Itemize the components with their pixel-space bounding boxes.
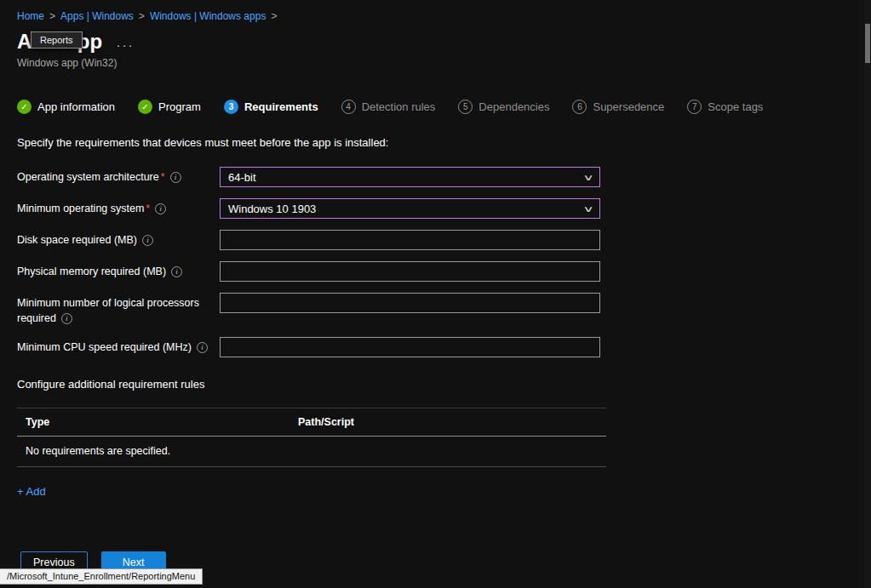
info-icon[interactable]: i xyxy=(155,203,166,214)
minimum-os-dropdown[interactable]: Windows 10 1903 ∨ xyxy=(220,198,600,219)
step-label: Scope tags xyxy=(708,100,763,113)
chevron-down-icon: ∨ xyxy=(582,172,594,182)
step-label: Program xyxy=(158,100,201,113)
field-label: Operating system architecture*i xyxy=(17,167,220,186)
section-title: Configure additional requirement rules xyxy=(17,378,871,391)
field-label: Minimum operating system*i xyxy=(17,198,220,217)
required-asterisk: * xyxy=(146,203,150,214)
dropdown-value: 64-bit xyxy=(228,171,256,184)
label-text: Disk space required (MB) xyxy=(17,234,137,246)
logical-processors-input[interactable] xyxy=(220,293,600,313)
empty-row-message: No requirements are specified. xyxy=(26,445,170,457)
info-icon[interactable]: i xyxy=(170,172,181,183)
step-supersedence[interactable]: 6 Supersedence xyxy=(572,100,664,114)
cpu-speed-input[interactable] xyxy=(220,337,600,357)
step-scope-tags[interactable]: 7 Scope tags xyxy=(687,100,763,114)
reports-tooltip: Reports xyxy=(31,31,83,49)
info-icon[interactable]: i xyxy=(171,266,182,277)
wizard-steps: ✓ App information ✓ Program 3 Requiremen… xyxy=(17,100,871,114)
os-architecture-dropdown[interactable]: 64-bit ∨ xyxy=(220,167,600,187)
field-row-physical-memory: Physical memory required (MB)i xyxy=(17,261,871,282)
field-row-minimum-os: Minimum operating system*i Windows 10 19… xyxy=(17,198,871,219)
info-icon[interactable]: i xyxy=(61,313,72,324)
page-content: Home > Apps | Windows > Windows | Window… xyxy=(0,0,871,499)
info-icon[interactable]: i xyxy=(142,235,153,246)
step-requirements[interactable]: 3 Requirements xyxy=(224,100,318,114)
field-row-disk-space: Disk space required (MB)i xyxy=(17,230,871,250)
field-row-cpu-speed: Minimum CPU speed required (MHz)i xyxy=(17,337,871,357)
requirements-form: Operating system architecture*i 64-bit ∨… xyxy=(17,167,871,357)
requirements-table: Type Path/Script No requirements are spe… xyxy=(17,408,606,467)
breadcrumb-separator: > xyxy=(271,10,277,22)
dropdown-value: Windows 10 1903 xyxy=(228,203,316,215)
label-text: Minimum operating system xyxy=(17,203,144,214)
table-header-row: Type Path/Script xyxy=(17,408,606,437)
field-row-logical-processors: Minimum number of logical processors req… xyxy=(17,293,871,326)
step-app-information[interactable]: ✓ App information xyxy=(17,100,115,114)
table-header-type: Type xyxy=(26,416,298,428)
table-empty-row: No requirements are specified. xyxy=(17,437,606,467)
step-number-icon: 4 xyxy=(341,100,356,114)
step-number-icon: 3 xyxy=(224,100,238,114)
field-label: Disk space required (MB)i xyxy=(17,230,220,248)
label-text: Operating system architecture xyxy=(17,171,159,183)
page-subtitle: Windows app (Win32) xyxy=(17,57,871,69)
step-label: Requirements xyxy=(244,100,318,113)
info-icon[interactable]: i xyxy=(197,342,208,353)
status-link-preview: /Microsoft_Intune_Enrollment/ReportingMe… xyxy=(0,568,203,585)
vertical-scrollbar[interactable] xyxy=(864,0,871,588)
scrollbar-thumb[interactable] xyxy=(865,24,870,63)
label-text: Minimum number of logical processors req… xyxy=(17,297,199,324)
more-options-icon[interactable]: ··· xyxy=(116,32,134,52)
disk-space-input[interactable] xyxy=(220,230,600,250)
step-detection-rules[interactable]: 4 Detection rules xyxy=(341,100,436,114)
page-header: Add App ··· Reports xyxy=(17,30,871,54)
step-label: Detection rules xyxy=(362,100,436,113)
step-label: App information xyxy=(37,100,115,113)
breadcrumb-link-home[interactable]: Home xyxy=(17,10,44,22)
step-number-icon: 6 xyxy=(572,100,587,114)
add-button[interactable]: + Add xyxy=(17,485,46,498)
breadcrumb-separator: > xyxy=(49,10,55,22)
step-number-icon: 7 xyxy=(687,100,702,114)
breadcrumb-separator: > xyxy=(139,10,145,22)
step-number-icon: 5 xyxy=(458,100,473,114)
breadcrumb-link-apps-windows[interactable]: Apps | Windows xyxy=(60,10,134,22)
step-label: Supersedence xyxy=(593,100,664,113)
field-label: Minimum CPU speed required (MHz)i xyxy=(17,337,220,356)
label-text: Physical memory required (MB) xyxy=(17,265,166,277)
step-dependencies[interactable]: 5 Dependencies xyxy=(458,100,549,114)
field-row-os-architecture: Operating system architecture*i 64-bit ∨ xyxy=(17,167,871,187)
check-icon: ✓ xyxy=(138,100,152,114)
chevron-down-icon: ∨ xyxy=(582,203,594,214)
label-text: Minimum CPU speed required (MHz) xyxy=(17,341,192,353)
field-label: Physical memory required (MB)i xyxy=(17,261,220,280)
check-icon: ✓ xyxy=(17,100,32,114)
breadcrumb-link-windows-apps[interactable]: Windows | Windows apps xyxy=(150,10,266,22)
physical-memory-input[interactable] xyxy=(220,261,600,282)
table-header-path-script: Path/Script xyxy=(298,416,354,428)
description-text: Specify the requirements that devices mu… xyxy=(17,136,871,149)
required-asterisk: * xyxy=(161,171,165,183)
breadcrumb: Home > Apps | Windows > Windows | Window… xyxy=(17,10,871,22)
field-label: Minimum number of logical processors req… xyxy=(17,293,220,326)
step-program[interactable]: ✓ Program xyxy=(138,100,201,114)
step-label: Dependencies xyxy=(478,100,549,113)
